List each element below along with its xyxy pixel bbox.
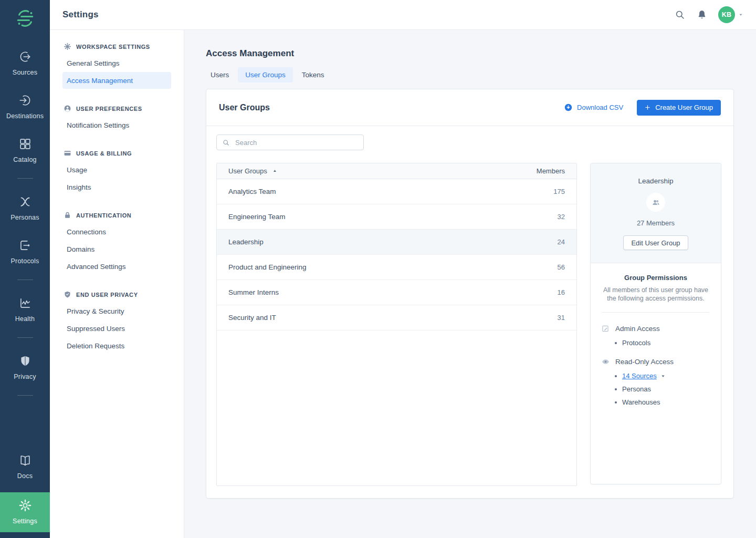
sidebar-item-protocols[interactable]: Protocols bbox=[0, 237, 50, 266]
section-workspace-settings: WORKSPACE SETTINGS General Settings Acce… bbox=[50, 42, 184, 89]
destinations-icon bbox=[18, 94, 32, 109]
group-permissions: Group Permissions All members of this us… bbox=[591, 263, 721, 406]
sidebar-item-catalog[interactable]: Catalog bbox=[0, 136, 50, 164]
admin-access-header: Admin Access bbox=[601, 324, 710, 333]
column-user-groups[interactable]: User Groups bbox=[228, 167, 277, 175]
divider bbox=[602, 312, 709, 313]
lock-icon bbox=[64, 211, 71, 220]
table-row[interactable]: Security and IT 31 bbox=[217, 305, 576, 330]
card-body: User Groups Members Analytics Team 175 bbox=[206, 126, 733, 499]
section-title: USER PREFERENCES bbox=[76, 106, 142, 112]
search-box[interactable] bbox=[216, 134, 364, 150]
page-title: Access Management bbox=[206, 48, 734, 59]
app-root: Sources Destinations Catalog bbox=[0, 0, 756, 538]
permission-item: Warehouses bbox=[614, 398, 710, 406]
personas-icon bbox=[18, 195, 32, 211]
tab-user-groups[interactable]: User Groups bbox=[238, 67, 293, 82]
health-icon bbox=[18, 296, 32, 312]
card-title: User Groups bbox=[219, 103, 270, 112]
nav-privacy-security[interactable]: Privacy & Security bbox=[62, 303, 171, 319]
avatar[interactable]: KB bbox=[718, 6, 735, 23]
table-row[interactable]: Product and Engineering 56 bbox=[217, 255, 576, 280]
top-header: Settings KB bbox=[50, 0, 756, 30]
sidebar-divider bbox=[17, 337, 33, 338]
user-groups-table: User Groups Members Analytics Team 175 bbox=[216, 163, 577, 486]
user-menu[interactable]: KB bbox=[718, 6, 743, 23]
read-only-access-header: Read-Only Access bbox=[601, 357, 710, 366]
plus-icon bbox=[645, 105, 650, 110]
section-title: USAGE & BILLING bbox=[76, 150, 132, 157]
tab-users[interactable]: Users bbox=[206, 67, 234, 82]
section-title: END USER PRIVACY bbox=[76, 292, 138, 298]
section-usage-billing: USAGE & BILLING Usage Insights bbox=[50, 148, 184, 195]
sidebar-item-health[interactable]: Health bbox=[0, 295, 50, 324]
permission-item: Personas bbox=[614, 385, 710, 393]
member-count: 27 Members bbox=[599, 219, 712, 227]
section-end-user-privacy: END USER PRIVACY Privacy & Security Supp… bbox=[50, 289, 184, 354]
group-name: Leadership bbox=[599, 177, 712, 185]
sidebar-item-personas[interactable]: Personas bbox=[0, 194, 50, 222]
sidebar-divider bbox=[17, 280, 33, 280]
segment-logo-icon[interactable] bbox=[13, 6, 37, 30]
nav-general-settings[interactable]: General Settings bbox=[62, 55, 171, 71]
group-avatar bbox=[646, 193, 665, 212]
group-summary: Leadership bbox=[591, 163, 721, 263]
user-circle-icon bbox=[64, 105, 71, 113]
table-header-row: User Groups Members bbox=[217, 163, 576, 179]
nav-suppressed-users[interactable]: Suppressed Users bbox=[62, 320, 171, 337]
section-title: WORKSPACE SETTINGS bbox=[76, 44, 150, 50]
sources-icon bbox=[18, 50, 32, 66]
table-row[interactable]: Summer Interns 16 bbox=[217, 280, 576, 305]
permission-item: 14 Sources bbox=[614, 372, 710, 380]
download-csv-link[interactable]: Download CSV bbox=[564, 103, 623, 112]
tab-tokens[interactable]: Tokens bbox=[297, 67, 329, 82]
section-user-preferences: USER PREFERENCES Notification Settings bbox=[50, 104, 184, 133]
table-row[interactable]: Analytics Team 175 bbox=[217, 179, 576, 204]
shield-icon bbox=[64, 291, 71, 299]
caret-down-icon[interactable] bbox=[660, 374, 666, 379]
gear-icon bbox=[18, 499, 32, 514]
sources-count-link[interactable]: 14 Sources bbox=[622, 372, 657, 380]
sort-ascending-icon bbox=[272, 169, 277, 173]
card-header: User Groups Download CSV Create User bbox=[206, 89, 733, 126]
sidebar-item-docs[interactable]: Docs bbox=[0, 452, 50, 481]
nav-usage[interactable]: Usage bbox=[62, 161, 171, 178]
search-icon bbox=[222, 139, 230, 147]
nav-insights[interactable]: Insights bbox=[62, 179, 171, 195]
table-row-selected[interactable]: Leadership 24 bbox=[217, 230, 576, 255]
sidebar-divider bbox=[17, 178, 33, 179]
search-input[interactable] bbox=[234, 138, 358, 147]
section-authentication: AUTHENTICATION Connections Domains Advan… bbox=[50, 210, 184, 275]
nav-deletion-requests[interactable]: Deletion Requests bbox=[62, 337, 171, 354]
download-icon bbox=[564, 103, 573, 112]
app-sidebar: Sources Destinations Catalog bbox=[0, 0, 50, 538]
nav-connections[interactable]: Connections bbox=[62, 223, 171, 240]
privacy-shield-icon bbox=[18, 354, 32, 370]
create-user-group-button[interactable]: Create User Group bbox=[637, 100, 721, 116]
sidebar-item-sources[interactable]: Sources bbox=[0, 49, 50, 77]
table-row[interactable]: Engineering Team 32 bbox=[217, 204, 576, 230]
sidebar-item-privacy[interactable]: Privacy bbox=[0, 353, 50, 381]
sidebar-item-settings[interactable]: Settings bbox=[0, 492, 50, 532]
header-title: Settings bbox=[62, 9, 99, 20]
gear-icon bbox=[64, 43, 71, 51]
docs-icon bbox=[18, 453, 32, 469]
column-members[interactable]: Members bbox=[537, 167, 565, 175]
search-icon[interactable] bbox=[674, 9, 686, 20]
section-title: AUTHENTICATION bbox=[76, 212, 131, 219]
credit-card-icon bbox=[64, 149, 71, 158]
nav-access-management[interactable]: Access Management bbox=[62, 72, 171, 89]
card-actions: Download CSV Create User Group bbox=[564, 100, 721, 116]
nav-domains[interactable]: Domains bbox=[62, 241, 171, 257]
permissions-title: Group Permissions bbox=[601, 274, 710, 282]
nav-advanced-settings[interactable]: Advanced Settings bbox=[62, 258, 171, 275]
nav-notification-settings[interactable]: Notification Settings bbox=[62, 117, 171, 133]
notifications-bell-icon[interactable] bbox=[696, 9, 708, 20]
edit-user-group-button[interactable]: Edit User Group bbox=[623, 235, 688, 250]
people-icon bbox=[651, 198, 661, 208]
chevron-down-icon bbox=[738, 12, 743, 17]
permissions-description: All members of this user group have the … bbox=[601, 286, 710, 303]
edit-pencil-icon bbox=[601, 324, 610, 333]
sidebar-item-destinations[interactable]: Destinations bbox=[0, 92, 50, 121]
sidebar-divider bbox=[17, 395, 33, 396]
